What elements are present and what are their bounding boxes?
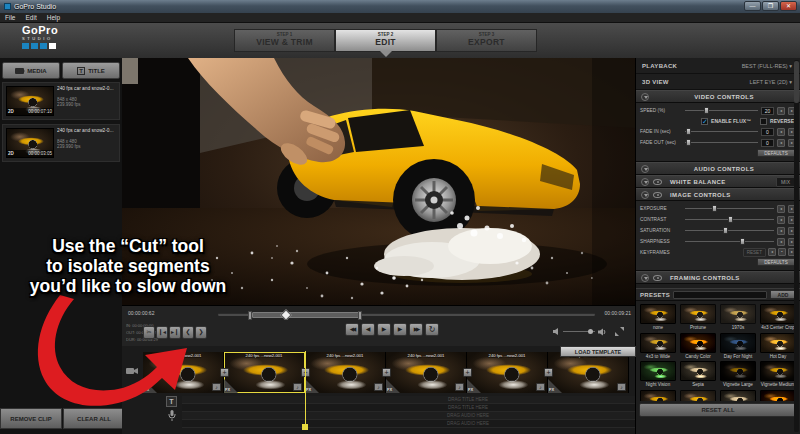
reverse-checkbox[interactable] (760, 118, 767, 125)
out-point-handle[interactable] (358, 311, 362, 320)
volume-slider-thumb[interactable] (588, 329, 593, 334)
timeline-clip[interactable]: 240 fps ...now2-001 FX ♪ (386, 352, 467, 393)
add-preset-button[interactable]: ADD (770, 290, 796, 299)
insert-clip-button[interactable]: + (220, 368, 229, 377)
preset-item[interactable] (718, 389, 758, 402)
panel-scrollbar-handle[interactable] (794, 61, 799, 103)
sharpness-decrement[interactable]: ◂ (777, 238, 785, 246)
menu-edit[interactable]: Edit (25, 14, 36, 21)
video-defaults-button[interactable]: DEFAULTS (757, 149, 795, 157)
step-forward-button[interactable]: ▶ (393, 323, 407, 336)
speed-value[interactable]: 20 (761, 107, 774, 115)
speed-decrement[interactable]: ◂ (777, 107, 785, 115)
timeline-clip[interactable]: 240 fps ...now2-001 FX ♪ (467, 352, 548, 393)
preset-item[interactable] (758, 389, 798, 402)
timeline-playhead-handle[interactable] (302, 424, 308, 430)
keyframes-reset-button[interactable]: RESET (743, 248, 766, 257)
exposure-slider[interactable] (685, 204, 774, 213)
playback-quality-dropdown[interactable]: BEST (FULL-RES) ▾ (742, 63, 792, 69)
preset-item[interactable]: Night Vision (638, 360, 678, 389)
fade-out-decrement[interactable]: ◂ (777, 139, 785, 147)
timeline-playhead[interactable] (305, 351, 306, 426)
media-clip-item[interactable]: 2D 00:00:03:05 240 fps car and snow2-0..… (2, 124, 120, 162)
maximize-button[interactable]: ❐ (762, 1, 779, 11)
keyframe-add[interactable]: ▪ (778, 248, 786, 256)
preset-item[interactable]: Candy Color (678, 332, 718, 361)
insert-clip-button[interactable]: + (544, 368, 553, 377)
collapse-icon[interactable] (641, 93, 649, 101)
white-balance-header[interactable]: WHITE BALANCE MIX (636, 175, 800, 188)
image-defaults-button[interactable]: DEFAULTS (757, 258, 795, 266)
play-button[interactable]: ▶ (377, 323, 391, 336)
tab-export[interactable]: STEP 3 EXPORT (436, 29, 537, 52)
collapse-icon[interactable] (641, 165, 649, 173)
preset-item[interactable]: 1970s (718, 303, 758, 332)
audio-controls-header[interactable]: AUDIO CONTROLS (636, 162, 800, 175)
fast-forward-button[interactable]: ▶▶ (409, 323, 423, 336)
volume-slider[interactable] (563, 331, 595, 332)
preset-item[interactable]: 4x3 Center Crop (758, 303, 798, 332)
clip-audio-icon[interactable]: ♪ (374, 383, 383, 391)
visibility-eye-icon[interactable] (653, 179, 662, 185)
load-template-button[interactable]: LOAD TEMPLATE (560, 346, 636, 357)
visibility-eye-icon[interactable] (653, 192, 662, 198)
preset-item[interactable] (638, 389, 678, 402)
timeline-clip[interactable]: 240 fps ...now2-001 FX ♪ (548, 352, 629, 393)
fade-in-decrement[interactable]: ◂ (777, 128, 785, 136)
tab-view-trim[interactable]: STEP 1 VIEW & TRIM (234, 29, 335, 52)
menu-file[interactable]: File (5, 14, 15, 21)
clip-audio-icon[interactable]: ♪ (617, 383, 626, 391)
minimize-button[interactable]: — (744, 1, 761, 11)
sharpness-slider[interactable] (685, 237, 774, 246)
media-clip-item[interactable]: 2D 00:00:07:10 240 fps car and snow2-0..… (2, 82, 120, 120)
saturation-slider[interactable] (685, 226, 774, 235)
insert-clip-button[interactable]: + (382, 368, 391, 377)
preset-item[interactable]: 4x3 to Wide (638, 332, 678, 361)
preset-item[interactable]: none (638, 303, 678, 332)
speed-slider[interactable] (685, 106, 758, 115)
image-controls-header[interactable]: IMAGE CONTROLS (636, 188, 800, 201)
scrub-track[interactable] (218, 313, 595, 316)
in-point-handle[interactable] (248, 311, 252, 320)
collapse-icon[interactable] (641, 178, 649, 186)
presets-search-input[interactable] (673, 291, 767, 299)
tab-title[interactable]: T TITLE (62, 62, 120, 79)
trim-range[interactable] (252, 312, 360, 318)
loop-button[interactable]: ↻ (425, 323, 439, 336)
fade-out-slider[interactable] (685, 138, 758, 147)
clip-audio-icon[interactable]: ♪ (455, 383, 464, 391)
timeline-clip[interactable]: 240 fps ...now2-001 FX ♪ (305, 352, 386, 393)
preset-item[interactable]: Day For Night (718, 332, 758, 361)
video-controls-header[interactable]: VIDEO CONTROLS (636, 90, 800, 103)
enable-flux-checkbox[interactable] (701, 118, 708, 125)
panel-scrollbar[interactable] (794, 60, 799, 432)
keyframe-prev[interactable]: ◂ (768, 248, 776, 256)
collapse-icon[interactable] (641, 191, 649, 199)
timeline-clip-selected[interactable]: 240 fps ...now2-001 FX ♪ (224, 352, 305, 393)
white-balance-mode[interactable]: MIX (776, 177, 795, 187)
framing-controls-header[interactable]: FRAMING CONTROLS (636, 271, 800, 284)
collapse-icon[interactable] (641, 274, 649, 282)
contrast-decrement[interactable]: ◂ (777, 216, 785, 224)
exposure-decrement[interactable]: ◂ (777, 205, 785, 213)
tab-edit[interactable]: STEP 2 EDIT (335, 29, 436, 52)
rewind-button[interactable]: ◀◀ (345, 323, 359, 336)
fade-out-value[interactable]: 0 (761, 139, 774, 147)
preset-item[interactable]: Vignette Medium (758, 360, 798, 389)
insert-clip-button[interactable]: + (463, 368, 472, 377)
step-back-button[interactable]: ◀ (361, 323, 375, 336)
fade-in-slider[interactable] (685, 127, 758, 136)
preset-item[interactable]: Sepia (678, 360, 718, 389)
saturation-decrement[interactable]: ◂ (777, 227, 785, 235)
clip-audio-icon[interactable]: ♪ (536, 383, 545, 391)
tab-media[interactable]: MEDIA (2, 62, 60, 79)
menu-help[interactable]: Help (47, 14, 60, 21)
preset-item[interactable] (678, 389, 718, 402)
3d-view-dropdown[interactable]: LEFT EYE (2D) ▾ (750, 79, 792, 85)
fade-in-value[interactable]: 0 (761, 128, 774, 136)
visibility-eye-icon[interactable] (653, 275, 662, 281)
fullscreen-icon[interactable] (615, 327, 624, 336)
preset-item[interactable]: Vignette Large (718, 360, 758, 389)
clip-audio-icon[interactable]: ♪ (293, 383, 302, 391)
preset-item[interactable]: Protune (678, 303, 718, 332)
